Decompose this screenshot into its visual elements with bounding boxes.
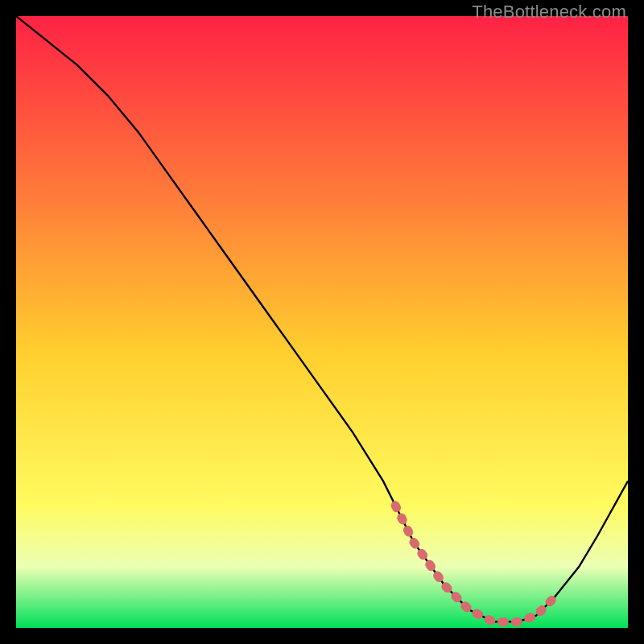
gradient-background bbox=[16, 16, 628, 628]
watermark-text: TheBottleneck.com bbox=[472, 2, 626, 23]
bottleneck-chart bbox=[16, 16, 628, 628]
chart-frame bbox=[16, 16, 628, 628]
